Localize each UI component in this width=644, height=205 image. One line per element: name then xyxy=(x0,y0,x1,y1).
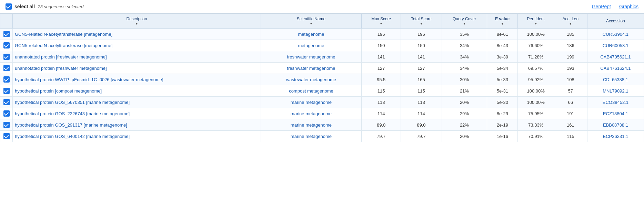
row-per-ident: 100.00% xyxy=(518,29,554,40)
max-score-sort-icon[interactable]: ▼ xyxy=(364,22,399,25)
row-query-cover: 34% xyxy=(442,40,487,51)
row-description[interactable]: hypothetical protein WWTP_pFosmid_1C_002… xyxy=(13,74,261,85)
row-description[interactable]: hypothetical protein [compost metagenome… xyxy=(13,85,261,97)
row-accession[interactable]: ECP36231.1 xyxy=(587,131,644,142)
header-e-value[interactable]: E value ▼ xyxy=(487,14,518,29)
row-acc-len: 57 xyxy=(554,85,587,97)
header-query-cover[interactable]: Query Cover ▼ xyxy=(442,14,487,29)
row-description[interactable]: unannotated protein [freshwater metageno… xyxy=(13,51,261,63)
row-checkbox[interactable] xyxy=(3,99,10,105)
row-scientific-name[interactable]: freshwater metagenome xyxy=(261,63,361,74)
row-accession[interactable]: CAB4705621.1 xyxy=(587,51,644,63)
row-checkbox[interactable] xyxy=(3,88,10,94)
query-cover-sort-icon[interactable]: ▼ xyxy=(444,22,485,25)
row-per-ident: 76.60% xyxy=(518,40,554,51)
row-checkbox-cell xyxy=(0,74,13,85)
description-sort-icon[interactable]: ▼ xyxy=(15,22,259,25)
row-description[interactable]: GCN5-related N-acetyltransferase [metage… xyxy=(13,40,261,51)
row-description[interactable]: GCN5-related N-acetyltransferase [metage… xyxy=(13,29,261,40)
row-max-score: 89.0 xyxy=(362,119,401,131)
row-accession[interactable]: MNL79092.1 xyxy=(587,85,644,97)
row-description[interactable]: unannotated protein [freshwater metageno… xyxy=(13,63,261,74)
row-scientific-name[interactable]: marine metagenome xyxy=(261,97,361,108)
header-total-score[interactable]: Total Score ▼ xyxy=(401,14,442,29)
row-checkbox[interactable] xyxy=(3,54,10,60)
row-checkbox-cell xyxy=(0,85,13,97)
row-description[interactable]: hypothetical protein GOS_6400142 [marine… xyxy=(13,131,261,142)
row-scientific-name[interactable]: metagenome xyxy=(261,40,361,51)
per-ident-sort-icon[interactable]: ▼ xyxy=(520,22,551,25)
table-row: GCN5-related N-acetyltransferase [metage… xyxy=(0,29,644,40)
row-checkbox[interactable] xyxy=(3,65,10,71)
table-header-row: Description ▼ Scientific Name ▼ Max Scor… xyxy=(0,14,644,29)
header-max-score[interactable]: Max Score ▼ xyxy=(362,14,401,29)
row-e-value: 5e-33 xyxy=(487,74,518,85)
row-max-score: 113 xyxy=(362,97,401,108)
row-accession[interactable]: CUR60053.1 xyxy=(587,40,644,51)
header-per-ident[interactable]: Per. Ident ▼ xyxy=(518,14,554,29)
table-row: hypothetical protein WWTP_pFosmid_1C_002… xyxy=(0,74,644,85)
scientific-name-sort-icon[interactable]: ▼ xyxy=(263,22,359,25)
row-scientific-name[interactable]: wastewater metagenome xyxy=(261,74,361,85)
row-description[interactable]: hypothetical protein GOS_5670351 [marine… xyxy=(13,97,261,108)
row-checkbox-cell xyxy=(0,108,13,119)
select-all-checkbox[interactable] xyxy=(6,3,12,10)
header-acc-len[interactable]: Acc. Len ▼ xyxy=(554,14,587,29)
row-total-score: 113 xyxy=(401,97,442,108)
row-accession[interactable]: CAB4761624.1 xyxy=(587,63,644,74)
row-scientific-name[interactable]: compost metagenome xyxy=(261,85,361,97)
row-max-score: 79.7 xyxy=(362,131,401,142)
e-value-sort-icon[interactable]: ▼ xyxy=(489,22,515,25)
row-checkbox-cell xyxy=(0,131,13,142)
row-per-ident: 73.33% xyxy=(518,119,554,131)
row-checkbox[interactable] xyxy=(3,133,10,139)
row-scientific-name[interactable]: freshwater metagenome xyxy=(261,51,361,63)
row-e-value: 5e-30 xyxy=(487,97,518,108)
row-e-value: 3e-39 xyxy=(487,51,518,63)
row-query-cover: 22% xyxy=(442,119,487,131)
row-checkbox[interactable] xyxy=(3,42,10,48)
acc-len-sort-icon[interactable]: ▼ xyxy=(556,22,585,25)
row-acc-len: 115 xyxy=(554,131,587,142)
row-checkbox[interactable] xyxy=(3,110,10,117)
row-scientific-name[interactable]: marine metagenome xyxy=(261,108,361,119)
row-total-score: 115 xyxy=(401,85,442,97)
row-accession[interactable]: CUR53904.1 xyxy=(587,29,644,40)
row-checkbox[interactable] xyxy=(3,76,10,83)
row-total-score: 196 xyxy=(401,29,442,40)
row-acc-len: 186 xyxy=(554,40,587,51)
row-checkbox[interactable] xyxy=(3,122,10,128)
row-checkbox[interactable] xyxy=(3,31,10,37)
row-per-ident: 100.00% xyxy=(518,97,554,108)
header-accession[interactable]: Accession xyxy=(587,14,644,29)
row-acc-len: 66 xyxy=(554,97,587,108)
genpept-link[interactable]: GenPept xyxy=(592,4,611,9)
row-acc-len: 161 xyxy=(554,119,587,131)
row-total-score: 141 xyxy=(401,51,442,63)
row-query-cover: 20% xyxy=(442,97,487,108)
row-scientific-name[interactable]: metagenome xyxy=(261,29,361,40)
row-max-score: 196 xyxy=(362,29,401,40)
row-accession[interactable]: EBB08738.1 xyxy=(587,119,644,131)
row-scientific-name[interactable]: marine metagenome xyxy=(261,119,361,131)
row-e-value: 1e-16 xyxy=(487,131,518,142)
header-scientific-name[interactable]: Scientific Name ▼ xyxy=(261,14,361,29)
row-checkbox-cell xyxy=(0,40,13,51)
row-accession[interactable]: ECZ18804.1 xyxy=(587,108,644,119)
row-description[interactable]: hypothetical protein GOS_2226743 [marine… xyxy=(13,108,261,119)
row-max-score: 114 xyxy=(362,108,401,119)
row-max-score: 95.5 xyxy=(362,74,401,85)
graphics-link[interactable]: Graphics xyxy=(619,4,638,9)
row-acc-len: 193 xyxy=(554,63,587,74)
row-description[interactable]: hypothetical protein GOS_291317 [marine … xyxy=(13,119,261,131)
row-accession[interactable]: ECO38452.1 xyxy=(587,97,644,108)
row-checkbox-cell xyxy=(0,97,13,108)
row-per-ident: 70.91% xyxy=(518,131,554,142)
row-checkbox-cell xyxy=(0,119,13,131)
header-description[interactable]: Description ▼ xyxy=(13,14,261,29)
row-accession[interactable]: CDL65388.1 xyxy=(587,74,644,85)
row-scientific-name[interactable]: marine metagenome xyxy=(261,131,361,142)
total-score-sort-icon[interactable]: ▼ xyxy=(403,22,440,25)
row-total-score: 127 xyxy=(401,63,442,74)
table-row: hypothetical protein GOS_6400142 [marine… xyxy=(0,131,644,142)
